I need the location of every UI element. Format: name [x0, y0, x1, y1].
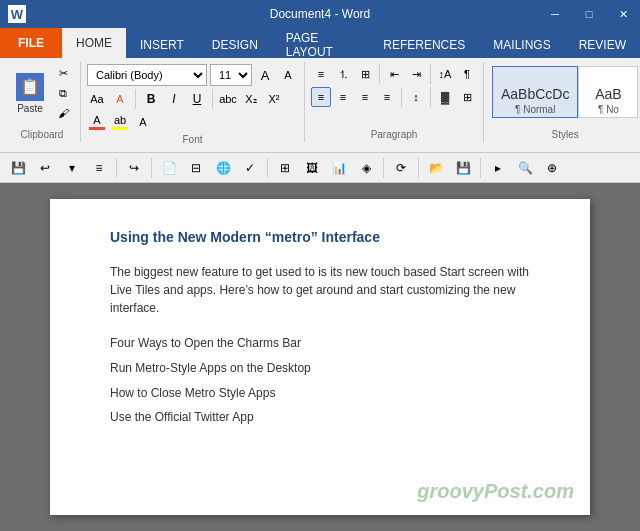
tab-references[interactable]: REFERENCES: [369, 32, 479, 58]
tab-review[interactable]: REVIEW: [565, 32, 640, 58]
subscript-button[interactable]: X₂: [241, 89, 261, 109]
undo-dropdown-button[interactable]: ▾: [60, 156, 84, 180]
highlight-color-bar: [112, 127, 128, 130]
font-size-select[interactable]: 11: [210, 64, 252, 86]
save2-button[interactable]: 💾: [451, 156, 475, 180]
insert-table-button[interactable]: ⊞: [273, 156, 297, 180]
refresh-button[interactable]: ⟳: [389, 156, 413, 180]
strikethrough-button[interactable]: abc: [218, 89, 238, 109]
italic-button[interactable]: I: [164, 89, 184, 109]
format-painter-button[interactable]: 🖌: [52, 104, 74, 122]
clear-format-button[interactable]: Aa: [87, 89, 107, 109]
font-color-button[interactable]: A: [133, 112, 153, 132]
shrink-font-button[interactable]: A: [278, 65, 298, 85]
styles-group: AaBbCcDc ¶ Normal AaB ¶ No Styles: [484, 62, 640, 142]
highlight-indicator: A: [89, 114, 105, 130]
ribbon-tabs: FILE HOME INSERT DESIGN PAGE LAYOUT REFE…: [0, 28, 640, 58]
para-div4: [430, 87, 431, 107]
style-no-spacing[interactable]: AaB ¶ No: [578, 66, 638, 118]
text-effect-button[interactable]: A: [110, 89, 130, 109]
list-item-2: Run Metro-Style Apps on the Desktop: [110, 360, 540, 377]
copy-button[interactable]: ⧉: [52, 84, 74, 102]
watermark: groovyPost.com: [417, 480, 574, 503]
clipboard-buttons: 📋 Paste ✂ ⧉ 🖌: [10, 64, 74, 122]
zoom-out-button[interactable]: 🔍: [513, 156, 537, 180]
show-para-button[interactable]: ¶: [457, 64, 477, 84]
divider1: [135, 89, 136, 109]
font-row2: Aa A B I U abc X₂ X²: [87, 89, 298, 109]
text-color-bar: [89, 127, 105, 130]
sort-button[interactable]: ↕A: [435, 64, 455, 84]
numbering-button[interactable]: ⒈: [333, 64, 353, 84]
highlight-indicator2: ab: [112, 114, 128, 130]
decrease-indent-button[interactable]: ⇤: [384, 64, 404, 84]
document-page[interactable]: Using the New Modern “metro” Interface T…: [50, 199, 590, 515]
print-preview-button[interactable]: 📄: [157, 156, 181, 180]
paste-button[interactable]: 📋 Paste: [10, 67, 50, 119]
tab-home[interactable]: HOME: [62, 28, 126, 58]
maximize-button[interactable]: □: [572, 0, 606, 28]
document-area: Using the New Modern “metro” Interface T…: [0, 183, 640, 531]
tab-insert[interactable]: INSERT: [126, 32, 198, 58]
para-content: ≡ ⒈ ⊞ ⇤ ⇥ ↕A ¶ ≡ ≡ ≡ ≡: [311, 64, 477, 107]
divider2: [212, 89, 213, 109]
file-tab[interactable]: FILE: [0, 28, 62, 58]
style-normal-label: ¶ Normal: [515, 104, 555, 115]
save-button[interactable]: 💾: [6, 156, 30, 180]
repeat-button[interactable]: ↪: [122, 156, 146, 180]
tb-divider5: [418, 158, 419, 178]
grow-font-button[interactable]: A: [255, 65, 275, 85]
shading-button[interactable]: ▓: [435, 87, 455, 107]
more2-button[interactable]: ⊕: [540, 156, 564, 180]
list-item-4: Use the Official Twitter App: [110, 409, 540, 426]
underline-button[interactable]: U: [187, 89, 207, 109]
style-normal[interactable]: AaBbCcDc ¶ Normal: [492, 66, 578, 118]
insert-picture-button[interactable]: 🖼: [300, 156, 324, 180]
check-spelling-button[interactable]: ✓: [238, 156, 262, 180]
tab-design[interactable]: DESIGN: [198, 32, 272, 58]
small-clipboard-buttons: ✂ ⧉ 🖌: [52, 64, 74, 122]
bold-button[interactable]: B: [141, 89, 161, 109]
tb-divider1: [116, 158, 117, 178]
justify-button[interactable]: ≡: [377, 87, 397, 107]
tab-page-layout[interactable]: PAGE LAYOUT: [272, 32, 369, 58]
customize-button[interactable]: ≡: [87, 156, 111, 180]
highlight-button[interactable]: ab: [110, 112, 130, 132]
clipboard-label: Clipboard: [10, 129, 74, 140]
text-color-button[interactable]: A: [87, 112, 107, 132]
page-view-button[interactable]: ⊟: [184, 156, 208, 180]
align-right-button[interactable]: ≡: [355, 87, 375, 107]
web-view-button[interactable]: 🌐: [211, 156, 235, 180]
tb-divider3: [267, 158, 268, 178]
styles-label: Styles: [490, 129, 640, 140]
undo-button[interactable]: ↩: [33, 156, 57, 180]
align-left-button[interactable]: ≡: [311, 87, 331, 107]
open-button[interactable]: 📂: [424, 156, 448, 180]
insert-chart-button[interactable]: 📊: [327, 156, 351, 180]
font-label: Font: [87, 134, 298, 145]
ribbon-sections: 📋 Paste ✂ ⧉ 🖌 Clipboard Calibri: [4, 62, 636, 142]
bullets-button[interactable]: ≡: [311, 64, 331, 84]
more-button[interactable]: ▸: [486, 156, 510, 180]
cut-button[interactable]: ✂: [52, 64, 74, 82]
app-window: W Document4 - Word ─ □ ✕ FILE HOME INSER…: [0, 0, 640, 531]
superscript-button[interactable]: X²: [264, 89, 284, 109]
align-center-button[interactable]: ≡: [333, 87, 353, 107]
insert-smartart-button[interactable]: ◈: [354, 156, 378, 180]
tab-mailings[interactable]: MAILINGS: [479, 32, 564, 58]
borders-button[interactable]: ⊞: [457, 87, 477, 107]
list-item-1: Four Ways to Open the Charms Bar: [110, 335, 540, 352]
document-title: Using the New Modern “metro” Interface: [110, 229, 540, 245]
close-button[interactable]: ✕: [606, 0, 640, 28]
font-row3: A ab A: [87, 112, 298, 132]
font-name-select[interactable]: Calibri (Body): [87, 64, 207, 86]
line-spacing-button[interactable]: ↕: [406, 87, 426, 107]
word-icon: W: [8, 5, 26, 23]
increase-indent-button[interactable]: ⇥: [406, 64, 426, 84]
title-bar-controls: ─ □ ✕: [538, 0, 640, 28]
minimize-button[interactable]: ─: [538, 0, 572, 28]
ribbon: 📋 Paste ✂ ⧉ 🖌 Clipboard Calibri: [0, 58, 640, 153]
multilevel-button[interactable]: ⊞: [355, 64, 375, 84]
paragraph-group: ≡ ⒈ ⊞ ⇤ ⇥ ↕A ¶ ≡ ≡ ≡ ≡: [305, 62, 484, 142]
tb-divider4: [383, 158, 384, 178]
